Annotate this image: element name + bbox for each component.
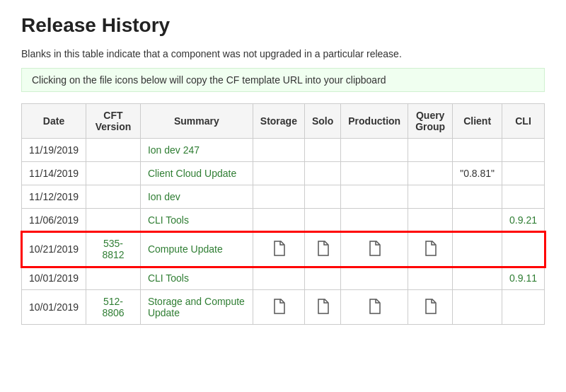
cell-production[interactable] <box>341 232 408 267</box>
cft-version-link[interactable]: 512-8806 <box>102 296 124 318</box>
cell-solo <box>304 185 340 209</box>
cell-date: 11/12/2019 <box>22 185 86 209</box>
cell-date: 10/01/2019 <box>22 267 86 290</box>
table-row: 11/12/2019Ion dev <box>22 185 545 209</box>
cell-date: 11/06/2019 <box>22 209 86 232</box>
summary-link[interactable]: Ion dev <box>148 191 180 202</box>
cell-client <box>453 139 502 162</box>
cell-query-group <box>408 139 453 162</box>
cell-production <box>341 267 408 290</box>
cell-cli <box>502 139 545 162</box>
table-row: 10/21/2019535-8812Compute Update <box>22 232 545 267</box>
col-header-date: Date <box>22 104 86 139</box>
cell-cli <box>502 232 545 267</box>
cell-storage <box>253 185 304 209</box>
col-header-summary: Summary <box>140 104 253 139</box>
notice-text: Clicking on the file icons below will co… <box>32 74 386 86</box>
cell-production <box>341 209 408 232</box>
col-header-cft-version: CFTVersion <box>86 104 141 139</box>
cli-link[interactable]: 0.9.21 <box>509 214 537 226</box>
cell-solo <box>304 162 340 185</box>
cell-cli[interactable]: 0.9.21 <box>502 209 545 232</box>
cell-client <box>453 232 502 267</box>
cell-summary[interactable]: Compute Update <box>140 232 253 267</box>
cell-summary[interactable]: Client Cloud Update <box>140 162 253 185</box>
col-header-solo: Solo <box>304 104 340 139</box>
cell-cli[interactable]: 0.9.11 <box>502 267 545 290</box>
cell-query-group <box>408 209 453 232</box>
cell-query-group <box>408 267 453 290</box>
cell-query-group <box>408 162 453 185</box>
cell-cli <box>502 185 545 209</box>
cell-production <box>341 162 408 185</box>
production-file-icon[interactable] <box>368 241 381 256</box>
page-title: Release History <box>21 14 545 37</box>
cell-client <box>453 209 502 232</box>
cell-summary[interactable]: CLI Tools <box>140 209 253 232</box>
notice-banner: Clicking on the file icons below will co… <box>21 68 545 92</box>
cell-solo <box>304 267 340 290</box>
summary-link[interactable]: Compute Update <box>148 243 223 255</box>
cell-solo[interactable] <box>304 232 340 267</box>
col-header-storage: Storage <box>253 104 304 139</box>
summary-link[interactable]: CLI Tools <box>148 214 189 226</box>
cell-cft-version <box>86 185 141 209</box>
cell-storage <box>253 139 304 162</box>
table-row: 10/01/2019512-8806Storage and Compute Up… <box>22 290 545 325</box>
cell-summary[interactable]: Ion dev 247 <box>140 139 253 162</box>
cell-cft-version <box>86 209 141 232</box>
cell-cft-version[interactable]: 535-8812 <box>86 232 141 267</box>
cell-cli <box>502 162 545 185</box>
col-header-query-group: QueryGroup <box>408 104 453 139</box>
cli-link[interactable]: 0.9.11 <box>509 272 537 284</box>
col-header-client: Client <box>453 104 502 139</box>
storage-file-icon[interactable] <box>272 241 285 256</box>
query-group-file-icon[interactable] <box>424 241 437 256</box>
cell-date: 11/14/2019 <box>22 162 86 185</box>
cft-version-link[interactable]: 535-8812 <box>102 238 124 260</box>
cell-production <box>341 185 408 209</box>
cell-solo[interactable] <box>304 290 340 325</box>
cell-cft-version[interactable]: 512-8806 <box>86 290 141 325</box>
production-file-icon[interactable] <box>368 299 381 314</box>
cell-storage[interactable] <box>253 290 304 325</box>
table-header-row: Date CFTVersion Summary Storage Solo Pro… <box>22 104 545 139</box>
cell-storage <box>253 209 304 232</box>
summary-link[interactable]: Storage and Compute Update <box>148 296 245 318</box>
cell-cft-version <box>86 162 141 185</box>
cell-query-group[interactable] <box>408 232 453 267</box>
col-header-cli: CLI <box>502 104 545 139</box>
cell-client <box>453 267 502 290</box>
summary-link[interactable]: CLI Tools <box>148 272 189 284</box>
summary-link[interactable]: Ion dev 247 <box>148 144 200 156</box>
cell-solo <box>304 139 340 162</box>
summary-link[interactable]: Client Cloud Update <box>148 168 236 179</box>
solo-file-icon[interactable] <box>316 241 329 256</box>
cell-production <box>341 139 408 162</box>
col-header-production: Production <box>341 104 408 139</box>
cell-summary[interactable]: Storage and Compute Update <box>140 290 253 325</box>
subtitle-text: Blanks in this table indicate that a com… <box>21 48 545 59</box>
cell-storage <box>253 162 304 185</box>
solo-file-icon[interactable] <box>316 299 329 314</box>
cell-cli <box>502 290 545 325</box>
cell-production[interactable] <box>341 290 408 325</box>
table-row: 11/14/2019Client Cloud Update"0.8.81" <box>22 162 545 185</box>
cell-client: "0.8.81" <box>453 162 502 185</box>
cell-client <box>453 185 502 209</box>
cell-storage <box>253 267 304 290</box>
query-group-file-icon[interactable] <box>424 299 437 314</box>
table-row: 11/19/2019Ion dev 247 <box>22 139 545 162</box>
cell-date: 10/21/2019 <box>22 232 86 267</box>
table-row: 11/06/2019CLI Tools0.9.21 <box>22 209 545 232</box>
cell-date: 11/19/2019 <box>22 139 86 162</box>
release-history-table: Date CFTVersion Summary Storage Solo Pro… <box>21 103 545 325</box>
cell-summary[interactable]: CLI Tools <box>140 267 253 290</box>
cell-query-group[interactable] <box>408 290 453 325</box>
storage-file-icon[interactable] <box>272 299 285 314</box>
table-row: 10/01/2019CLI Tools0.9.11 <box>22 267 545 290</box>
cell-summary[interactable]: Ion dev <box>140 185 253 209</box>
cell-cft-version <box>86 139 141 162</box>
cell-solo <box>304 209 340 232</box>
cell-storage[interactable] <box>253 232 304 267</box>
